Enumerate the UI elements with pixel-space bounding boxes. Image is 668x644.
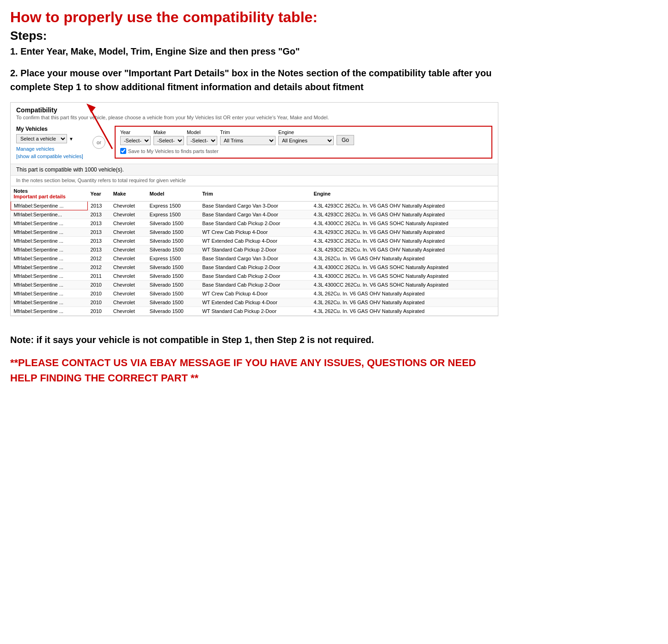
make-cell: Chevrolet xyxy=(110,307,147,316)
year-cell: 2010 xyxy=(87,281,110,289)
show-all-compat-link[interactable]: [show all compatible vehicles] xyxy=(16,153,83,159)
notes-cell: Mfrlabel:Serpentine ... xyxy=(11,298,88,307)
engine-cell: 4.3L 4293CC 262Cu. In. V6 GAS OHV Natura… xyxy=(311,228,498,237)
trim-select[interactable]: All Trims xyxy=(220,136,276,145)
make-header: Make xyxy=(110,186,147,202)
compat-body: My Vehicles Select a vehicle ▼ Manage ve… xyxy=(11,122,498,164)
notes-header-label: Notes xyxy=(14,188,28,194)
make-cell: Chevrolet xyxy=(110,263,147,272)
table-header-row: Notes Important part details Year Make M… xyxy=(11,186,498,202)
make-select[interactable]: -Select- xyxy=(153,136,184,145)
compat-table-body: Mfrlabel:Serpentine ...2013ChevroletExpr… xyxy=(11,202,498,316)
go-button[interactable]: Go xyxy=(337,135,354,145)
year-cell: 2012 xyxy=(87,263,110,272)
make-cell: Chevrolet xyxy=(110,281,147,289)
notes-cell: Mfrlabel:Serpentine ... xyxy=(11,245,88,254)
table-row: Mfrlabel:Serpentine...2013ChevroletExpre… xyxy=(11,210,498,219)
trim-cell: WT Extended Cab Pickup 4-Door xyxy=(199,237,311,245)
engine-cell: 4.3L 4293CC 262Cu. In. V6 GAS OHV Natura… xyxy=(311,202,498,210)
year-cell: 2013 xyxy=(87,237,110,245)
notes-cell: Mfrlabel:Serpentine ... xyxy=(11,263,88,272)
manage-vehicles-link[interactable]: Manage vehicles xyxy=(16,146,83,152)
compat-note: In the notes section below, Quantity ref… xyxy=(11,176,498,186)
model-cell: Silverado 1500 xyxy=(147,263,200,272)
save-checkbox[interactable] xyxy=(120,148,126,154)
my-vehicles-label: My Vehicles xyxy=(16,126,83,132)
model-label: Model xyxy=(187,129,217,135)
engine-cell: 4.3L 4300CC 262Cu. In. V6 GAS SOHC Natur… xyxy=(311,219,498,228)
make-cell: Chevrolet xyxy=(110,245,147,254)
year-cell: 2011 xyxy=(87,272,110,281)
make-cell: Chevrolet xyxy=(110,237,147,245)
make-cell: Chevrolet xyxy=(110,298,147,307)
trim-header: Trim xyxy=(199,186,311,202)
save-checkbox-label: Save to My Vehicles to finds parts faste… xyxy=(128,148,219,154)
year-header: Year xyxy=(87,186,110,202)
engine-select[interactable]: All Engines xyxy=(278,136,334,145)
engine-cell: 4.3L 4300CC 262Cu. In. V6 GAS SOHC Natur… xyxy=(311,272,498,281)
make-cell: Chevrolet xyxy=(110,289,147,298)
table-row: Mfrlabel:Serpentine ...2013ChevroletSilv… xyxy=(11,219,498,228)
table-row: Mfrlabel:Serpentine ...2010ChevroletSilv… xyxy=(11,298,498,307)
trim-cell: Base Standard Cab Pickup 2-Door xyxy=(199,219,311,228)
model-cell: Silverado 1500 xyxy=(147,219,200,228)
engine-cell: 4.3L 262Cu. In. V6 GAS OHV Naturally Asp… xyxy=(311,289,498,298)
notes-cell: Mfrlabel:Serpentine ... xyxy=(11,219,88,228)
compat-info-bar: This part is compatible with 1000 vehicl… xyxy=(11,164,498,176)
my-vehicles-col: My Vehicles Select a vehicle ▼ Manage ve… xyxy=(16,126,83,159)
trim-cell: WT Standard Cab Pickup 2-Door xyxy=(199,307,311,316)
table-row: Mfrlabel:Serpentine ...2010ChevroletSilv… xyxy=(11,289,498,298)
year-cell: 2013 xyxy=(87,210,110,219)
engine-cell: 4.3L 4293CC 262Cu. In. V6 GAS OHV Natura… xyxy=(311,210,498,219)
notes-cell: Mfrlabel:Serpentine ... xyxy=(11,254,88,263)
model-select[interactable]: -Select- xyxy=(187,136,217,145)
make-label: Make xyxy=(153,129,184,135)
engine-cell: 4.3L 4300CC 262Cu. In. V6 GAS SOHC Natur… xyxy=(311,281,498,289)
trim-cell: WT Crew Cab Pickup 4-Door xyxy=(199,289,311,298)
vehicle-select-wrapper: Select a vehicle ▼ xyxy=(16,134,83,143)
model-cell: Express 1500 xyxy=(147,202,200,210)
model-cell: Express 1500 xyxy=(147,254,200,263)
contact-text: **PLEASE CONTACT US VIA EBAY MESSAGE IF … xyxy=(10,355,498,386)
form-row: Year -Select- Make -Select- Model -Selec… xyxy=(120,129,487,145)
engine-cell: 4.3L 4293CC 262Cu. In. V6 GAS OHV Natura… xyxy=(311,245,498,254)
steps-heading: Steps: xyxy=(10,29,498,43)
year-cell: 2012 xyxy=(87,254,110,263)
engine-field-group: Engine All Engines xyxy=(278,129,334,145)
model-cell: Express 1500 xyxy=(147,210,200,219)
table-row: Mfrlabel:Serpentine ...2013ChevroletSilv… xyxy=(11,228,498,237)
note-text: Note: if it says your vehicle is not com… xyxy=(10,333,498,347)
year-cell: 2010 xyxy=(87,307,110,316)
dropdown-arrow-icon: ▼ xyxy=(69,136,74,141)
compatibility-box: Compatibility To confirm that this part … xyxy=(10,102,498,316)
notes-cell: Mfrlabel:Serpentine ... xyxy=(11,202,88,210)
notes-cell: Mfrlabel:Serpentine ... xyxy=(11,307,88,316)
main-title: How to properly use the compatibility ta… xyxy=(10,8,498,26)
notes-cell: Mfrlabel:Serpentine ... xyxy=(11,289,88,298)
year-label: Year xyxy=(120,129,151,135)
year-cell: 2013 xyxy=(87,228,110,237)
make-cell: Chevrolet xyxy=(110,228,147,237)
notes-header: Notes Important part details xyxy=(11,186,88,202)
model-cell: Silverado 1500 xyxy=(147,298,200,307)
model-cell: Silverado 1500 xyxy=(147,245,200,254)
trim-cell: Base Standard Cab Pickup 2-Door xyxy=(199,272,311,281)
step1-text: 1. Enter Year, Make, Model, Trim, Engine… xyxy=(10,45,498,58)
notes-cell: Mfrlabel:Serpentine... xyxy=(11,210,88,219)
step2-text: 2. Place your mouse over "Important Part… xyxy=(10,66,498,94)
make-cell: Chevrolet xyxy=(110,210,147,219)
model-header: Model xyxy=(147,186,200,202)
save-checkbox-row: Save to My Vehicles to finds parts faste… xyxy=(120,148,487,154)
table-row: Mfrlabel:Serpentine ...2013ChevroletExpr… xyxy=(11,202,498,210)
year-select[interactable]: -Select- xyxy=(120,136,151,145)
vehicle-select[interactable]: Select a vehicle xyxy=(16,134,67,143)
year-cell: 2010 xyxy=(87,289,110,298)
trim-cell: WT Extended Cab Pickup 4-Door xyxy=(199,298,311,307)
make-cell: Chevrolet xyxy=(110,254,147,263)
engine-cell: 4.3L 4300CC 262Cu. In. V6 GAS SOHC Natur… xyxy=(311,263,498,272)
make-cell: Chevrolet xyxy=(110,202,147,210)
year-field-group: Year -Select- xyxy=(120,129,151,145)
table-row: Mfrlabel:Serpentine ...2012ChevroletExpr… xyxy=(11,254,498,263)
notes-cell: Mfrlabel:Serpentine ... xyxy=(11,272,88,281)
make-cell: Chevrolet xyxy=(110,272,147,281)
